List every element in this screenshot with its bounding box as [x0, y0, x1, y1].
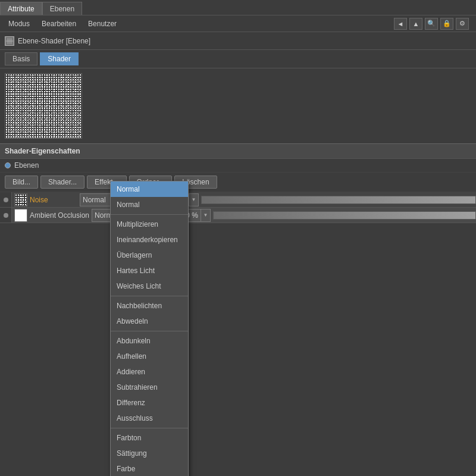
shader-title: Ebene-Shader [Ebene] — [18, 37, 90, 45]
shader-button[interactable]: Shader... — [40, 176, 84, 189]
opacity-arrow-noise[interactable]: ▼ — [189, 193, 199, 206]
layer-row-ao: Ambient Occlusion Normal ▼ ▼ — [0, 208, 476, 223]
gear-icon[interactable]: ⚙ — [456, 18, 469, 30]
opacity-arrow-ao[interactable]: ▼ — [201, 209, 211, 222]
tab-attribute[interactable]: Attribute — [0, 2, 42, 15]
ebenen-label: Ebenen — [14, 161, 39, 170]
dropdown-item-ineinanderkopieren[interactable]: Ineinanderkopieren — [111, 232, 188, 248]
dropdown-divider-4 — [111, 428, 188, 428]
blend-mode-dropdown-menu: Normal Normal Multiplizieren Ineinanderk… — [110, 181, 189, 476]
menu-bar: Modus Bearbeiten Benutzer ◄ ▲ 🔍 🔒 ⚙ — [0, 15, 476, 32]
ebenen-row: Ebenen — [0, 159, 476, 173]
layer-row-noise: Noise Normal ▼ ▼ — [0, 192, 476, 208]
texture-thumbnail[interactable] — [5, 73, 82, 139]
dropdown-item-abdunkeln[interactable]: Abdunkeln — [111, 333, 188, 349]
dropdown-item-sattigung[interactable]: Sättigung — [111, 446, 188, 461]
eye-dot-noise — [4, 198, 8, 202]
color-bar-ao — [213, 211, 476, 220]
tab-ebenen[interactable]: Ebenen — [42, 2, 82, 15]
layer-eye-noise[interactable] — [0, 192, 12, 207]
layer-thumb-noise — [14, 193, 27, 206]
panel-tabs: Basis Shader — [0, 50, 476, 68]
section-title: Shader-Eigenschaften — [0, 143, 476, 159]
lock-icon[interactable]: 🔒 — [440, 18, 453, 30]
dropdown-item-hartes-licht[interactable]: Hartes Licht — [111, 263, 188, 278]
dropdown-item-farbe[interactable]: Farbe — [111, 461, 188, 476]
search-icon[interactable]: 🔍 — [425, 18, 438, 30]
dropdown-item-addieren[interactable]: Addieren — [111, 364, 188, 380]
arrow-left-icon[interactable]: ◄ — [394, 18, 407, 30]
menu-benutzer[interactable]: Benutzer — [82, 17, 123, 30]
top-tab-bar: Attribute Ebenen — [0, 0, 476, 15]
dropdown-divider-2 — [111, 296, 188, 296]
dropdown-item-normal2[interactable]: Normal — [111, 197, 188, 212]
dropdown-item-aufhellen[interactable]: Aufhellen — [111, 349, 188, 364]
dropdown-item-subtrahieren[interactable]: Subtrahieren — [111, 380, 188, 395]
dropdown-item-uberlagern[interactable]: Überlagern — [111, 248, 188, 263]
dropdown-item-differenz[interactable]: Differenz — [111, 395, 188, 411]
layer-thumb-ao — [14, 209, 27, 222]
dropdown-item-ausschluss[interactable]: Ausschluss — [111, 411, 188, 426]
dropdown-item-farbton[interactable]: Farbton — [111, 430, 188, 446]
layer-name-noise: Noise — [30, 196, 77, 204]
dropdown-item-normal1[interactable]: Normal — [111, 181, 188, 197]
eye-dot-ao — [4, 213, 8, 218]
shader-header: Ebene-Shader [Ebene] — [0, 32, 476, 50]
shader-layer-icon — [5, 36, 14, 46]
dropdown-divider-1 — [111, 214, 188, 215]
menu-bearbeiten[interactable]: Bearbeiten — [36, 17, 82, 30]
arrow-up-icon[interactable]: ▲ — [409, 18, 422, 30]
dropdown-item-abwedeln[interactable]: Abwedeln — [111, 314, 188, 329]
layer-eye-ao[interactable] — [0, 208, 12, 223]
dropdown-item-multiplizieren[interactable]: Multiplizieren — [111, 217, 188, 232]
dropdown-item-weiches-licht[interactable]: Weiches Licht — [111, 278, 188, 294]
bild-button[interactable]: Bild... — [5, 176, 38, 189]
tab-shader[interactable]: Shader — [40, 52, 79, 65]
ebenen-radio[interactable] — [5, 162, 11, 168]
menu-icons: ◄ ▲ 🔍 🔒 ⚙ — [394, 18, 474, 30]
texture-preview-area — [0, 68, 476, 143]
tab-basis[interactable]: Basis — [5, 52, 37, 65]
color-bar-noise — [201, 196, 476, 204]
menu-modus[interactable]: Modus — [2, 17, 36, 30]
dropdown-item-nachbelichten[interactable]: Nachbelichten — [111, 298, 188, 314]
layer-name-ao: Ambient Occlusion — [30, 211, 89, 220]
dropdown-divider-3 — [111, 331, 188, 331]
button-row: Bild... Shader... Effekt... Ordner... Lö… — [0, 173, 476, 192]
